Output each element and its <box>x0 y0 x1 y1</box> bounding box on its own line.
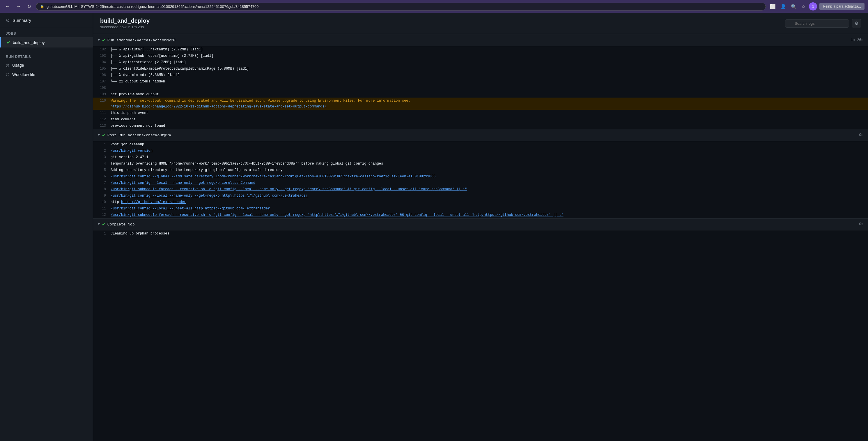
search-logs-wrapper: 🔍 <box>785 19 849 28</box>
browser-actions: ⬜ 👤 🔍 ☆ G Reinicia para actualiza... <box>769 2 865 10</box>
line-content[interactable]: /usr/bin/git config --local --name-only … <box>111 180 868 186</box>
log-line: 7/usr/bin/git config --local --name-only… <box>93 180 868 186</box>
line-number: 11 <box>93 206 111 211</box>
settings-button[interactable]: ⚙ <box>852 19 861 28</box>
sidebar-item-build-deploy[interactable]: ✔ build_and_deploy <box>0 37 93 48</box>
log-line: 109set preview-name output <box>93 91 868 97</box>
job-title: build_and_deploy <box>100 18 150 24</box>
line-number: 2 <box>93 148 111 154</box>
line-number: 112 <box>93 117 111 122</box>
section-title: Complete job <box>107 222 135 227</box>
chevron-icon: ▼ <box>98 133 100 137</box>
job-subtitle: succeeded now in 1m 29s <box>100 25 150 29</box>
line-content: ├── λ api/github-repos/[username] (2.72M… <box>111 53 868 59</box>
line-content <box>111 85 868 91</box>
line-content[interactable]: /usr/bin/git config --local --unset-all … <box>111 206 868 211</box>
log-line: 106├── λ dynamic-mdx (5.86MB) [iad1] <box>93 72 868 78</box>
line-number: 109 <box>93 91 111 97</box>
log-line: 11/usr/bin/git config --local --unset-al… <box>93 205 868 212</box>
log-line: 4Temporarily overriding HOME='/home/runn… <box>93 160 868 167</box>
warning-link[interactable]: https://github.blog/changelog/2022-10-11… <box>111 105 327 109</box>
log-lines-post-run-checkout: 1Post job cleanup.2/usr/bin/git version3… <box>93 141 868 218</box>
log-line: 113previous comment not found <box>93 123 868 129</box>
address-bar[interactable]: 🔒 github.com/ULL-MII-SYTWS-2425/nextra-c… <box>36 3 766 10</box>
log-line: 1Post job cleanup. <box>93 141 868 148</box>
log-line: 103├── λ api/github-repos/[username] (2.… <box>93 53 868 59</box>
line-content[interactable]: /usr/bin/git config --global --add safe.… <box>111 174 868 179</box>
forward-button[interactable]: → <box>14 3 23 10</box>
log-section-header-post-run-checkout[interactable]: ▼ ✔ Post Run actions/checkout@v4 0s <box>93 129 868 141</box>
line-number: 4 <box>93 161 111 167</box>
sidebar-item-usage[interactable]: ◷ Usage <box>0 61 93 70</box>
line-content[interactable]: /usr/bin/git version <box>111 148 868 154</box>
sidebar-item-workflow-file[interactable]: ⬡ Workflow file <box>0 70 93 79</box>
line-content: ├── λ dynamic-mdx (5.86MB) [iad1] <box>111 72 868 78</box>
log-line: 105├── λ clientSideExampleProtectedExamp… <box>93 65 868 72</box>
line-content[interactable]: /usr/bin/git config --local --name-only … <box>111 193 868 199</box>
line-number: 108 <box>93 85 111 91</box>
line-content: previous comment not found <box>111 123 868 129</box>
line-number: 1 <box>93 231 111 237</box>
usage-label: Usage <box>12 63 24 67</box>
cast-button[interactable]: ⬜ <box>769 3 777 10</box>
line-number: 12 <box>93 212 111 218</box>
line-number: 7 <box>93 180 111 186</box>
line-number: 5 <box>93 167 111 173</box>
sidebar: ⊙ Summary Jobs ✔ build_and_deploy Run de… <box>0 13 93 441</box>
line-number: 8 <box>93 186 111 192</box>
back-button[interactable]: ← <box>3 3 12 10</box>
line-content: set preview-name output <box>111 91 868 97</box>
url-text: github.com/ULL-MII-SYTWS-2425/nextra-cas… <box>46 4 762 9</box>
line-number: 103 <box>93 53 111 59</box>
log-line: 104├── λ api/restricted (2.72MB) [iad1] <box>93 59 868 65</box>
bookmark-button[interactable]: ☆ <box>800 3 807 10</box>
line-number: 3 <box>93 154 111 160</box>
line-number: 104 <box>93 59 111 65</box>
line-content: ├── λ api/restricted (2.72MB) [iad1] <box>111 59 868 65</box>
clock-icon: ◷ <box>6 63 9 67</box>
search-browser-button[interactable]: 🔍 <box>790 3 798 10</box>
browser-chrome: ← → ↻ 🔒 github.com/ULL-MII-SYTWS-2425/ne… <box>0 0 868 13</box>
log-line: 3git version 2.47.1 <box>93 154 868 160</box>
log-section-header-complete-job[interactable]: ▼ ✔ Complete job 0s <box>93 218 868 230</box>
log-line: 110Warning: The `set-output` command is … <box>93 97 868 110</box>
header-actions: 🔍 ⚙ <box>785 19 861 28</box>
line-content: └── 22 output items hidden <box>111 79 868 85</box>
job-header: build_and_deploy succeeded now in 1m 29s… <box>93 13 868 34</box>
line-number: 10 <box>93 199 111 205</box>
line-number: 1 <box>93 142 111 147</box>
log-lines-complete-job: 1Cleaning up orphan processes <box>93 230 868 237</box>
main-content: build_and_deploy succeeded now in 1m 29s… <box>93 13 868 441</box>
main-layout: ⊙ Summary Jobs ✔ build_and_deploy Run de… <box>0 13 868 441</box>
log-line: 1Cleaning up orphan processes <box>93 230 868 237</box>
line-content[interactable]: /usr/bin/git submodule foreach --recursi… <box>111 212 868 218</box>
update-button[interactable]: Reinicia para actualiza... <box>819 3 865 10</box>
log-line: 5Adding repository directory to the temp… <box>93 167 868 173</box>
log-line: 12/usr/bin/git submodule foreach --recur… <box>93 212 868 218</box>
reload-button[interactable]: ↻ <box>26 3 33 10</box>
line-number: 9 <box>93 193 111 199</box>
log-line: 108 <box>93 85 868 91</box>
chevron-icon: ▼ <box>98 222 100 226</box>
line-number: 111 <box>93 110 111 116</box>
search-logs-input[interactable] <box>785 19 849 28</box>
line-content: find comment <box>111 117 868 122</box>
section-time: 1m 26s <box>851 38 863 42</box>
lock-icon: 🔒 <box>40 5 44 8</box>
log-line: 8/usr/bin/git submodule foreach --recurs… <box>93 186 868 193</box>
job-name-label: build_and_deploy <box>13 40 45 45</box>
line-number: 102 <box>93 47 111 53</box>
line-content: Temporarily overriding HOME='/home/runne… <box>111 161 868 167</box>
line-content: this is push event <box>111 110 868 116</box>
log-line: 10http.https://github.com/.extraheader <box>93 199 868 205</box>
log-line: 111this is push event <box>93 110 868 116</box>
line-content[interactable]: http.https://github.com/.extraheader <box>111 199 868 205</box>
profiles-button[interactable]: 👤 <box>779 3 787 10</box>
avatar[interactable]: G <box>809 2 817 10</box>
line-content[interactable]: /usr/bin/git submodule foreach --recursi… <box>111 186 868 192</box>
sidebar-item-summary[interactable]: ⊙ Summary <box>0 13 93 28</box>
inline-link[interactable]: https://github.com/.extraheader <box>121 200 186 204</box>
log-section-header-run-amondnet[interactable]: ▼ ✔ Run amondnet/vercel-action@v20 1m 26… <box>93 34 868 46</box>
log-line: 6/usr/bin/git config --global --add safe… <box>93 173 868 180</box>
section-success-icon: ✔ <box>102 222 105 227</box>
